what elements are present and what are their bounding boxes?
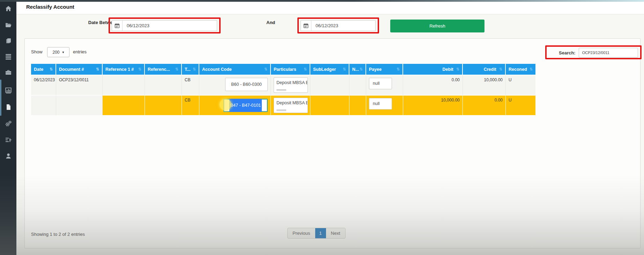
sidebar-item-documents[interactable] <box>5 103 12 111</box>
chevron-down-icon: ▾ <box>62 50 64 54</box>
refresh-button[interactable]: Refresh <box>390 20 484 32</box>
column-header-document[interactable]: Document #⇅ <box>56 64 103 75</box>
chart-icon <box>5 87 12 94</box>
sort-icon: ⇅ <box>193 67 196 72</box>
cell-reference1 <box>103 96 145 116</box>
sidebar-item-journals[interactable] <box>5 37 12 44</box>
folder-icon <box>5 21 12 28</box>
sidebar-item-ledger[interactable] <box>5 53 12 60</box>
cell-credit: 0.00 <box>463 96 506 116</box>
sort-icon: ⇅ <box>96 67 99 72</box>
search-input[interactable]: OCP23/12/0011 <box>579 48 638 58</box>
table-row-highlighted[interactable]: CB B47 - B47-0101 Deposit MBSA Ea <box>31 96 535 116</box>
payee-input[interactable]: null <box>369 98 392 110</box>
briefcase-icon <box>5 69 12 76</box>
reclassify-account-page: Reclassify Account Date Between 06/12/20… <box>0 0 644 255</box>
cell-reconed: U <box>506 96 535 116</box>
sidebar-item-reports[interactable] <box>5 87 12 94</box>
sidebar-item-postings[interactable] <box>5 136 12 143</box>
cell-debit: 10,000.00 <box>403 96 463 116</box>
column-header-reconed[interactable]: Reconed⇅ <box>506 64 535 75</box>
column-header-note[interactable]: N...⇅ <box>349 64 366 75</box>
date-to-input[interactable]: 06/12/2023 <box>301 20 376 31</box>
cell-payee: null <box>366 96 403 116</box>
cell-document: OCP23/12/0011 <box>56 75 103 96</box>
cell-credit: 10,000.00 <box>463 75 506 96</box>
cell-payee: null <box>366 75 403 96</box>
sort-icon: ⇅ <box>360 67 363 72</box>
column-header-reference1[interactable]: Reference 1 #⇅ <box>103 64 145 75</box>
cell-reference1 <box>103 75 145 96</box>
date-between-label: Date Between <box>59 20 118 25</box>
adjustments-icon <box>5 136 12 143</box>
cell-date <box>31 96 56 116</box>
clipped-text <box>276 110 286 111</box>
sidebar-item-home[interactable] <box>5 5 12 12</box>
cell-account-code: B47 - B47-0101 <box>199 96 271 116</box>
cell-debit: 0.00 <box>403 75 463 96</box>
cell-reference2 <box>145 96 182 116</box>
particulars-input[interactable]: Deposit MBSA Ea <box>274 77 308 93</box>
sidebar-item-files[interactable] <box>5 21 12 28</box>
calendar-icon[interactable] <box>301 21 311 31</box>
cell-particulars: Deposit MBSA Ea <box>271 75 310 96</box>
sort-icon: ⇅ <box>138 67 141 72</box>
calendar-icon[interactable] <box>112 21 123 31</box>
payee-input[interactable]: null <box>369 78 392 89</box>
sidebar-item-settings[interactable] <box>5 120 12 127</box>
file-icon <box>5 104 12 111</box>
page-1-button[interactable]: 1 <box>315 228 326 238</box>
column-header-payee[interactable]: Payee⇅ <box>366 64 403 75</box>
top-edge-strip <box>0 0 644 2</box>
column-header-debit[interactable]: Debit⇅ <box>403 64 463 75</box>
cell-account-code: B60 - B60-0300 <box>199 75 271 96</box>
sidebar-item-business[interactable] <box>5 68 12 76</box>
date-to-value[interactable]: 06/12/2023 <box>311 21 338 31</box>
search-label: Search: <box>559 50 576 55</box>
account-code-input-active[interactable]: B47 - B47-0101 <box>223 99 268 112</box>
next-page-button[interactable]: Next <box>326 228 345 238</box>
selected-text: B47 - B47-0101 <box>229 99 262 112</box>
cell-particulars: Deposit MBSA Ea <box>271 96 310 116</box>
account-code-input[interactable]: B60 - B60-0300 <box>225 78 268 91</box>
table-header-row: Date⇅ Document #⇅ Reference 1 #⇅ Referen… <box>31 64 535 75</box>
user-icon <box>5 152 12 159</box>
search-area: Search: OCP23/12/0011 <box>548 47 644 58</box>
page-length-select[interactable]: 200 ▾ <box>47 47 69 57</box>
sort-icon: ⇅ <box>456 67 459 72</box>
and-label: And <box>266 20 275 25</box>
clipped-text <box>276 89 286 91</box>
table-row[interactable]: 06/12/2023 OCP23/12/0011 CB B60 - B60-03… <box>31 75 535 96</box>
page-length-value: 200 <box>52 50 59 55</box>
sort-icon: ⇅ <box>50 67 53 72</box>
column-header-account-code[interactable]: Account Code⇅ <box>199 64 271 75</box>
date-from-input[interactable]: 06/12/2023 <box>112 20 217 31</box>
date-from-value[interactable]: 06/12/2023 <box>123 21 149 31</box>
column-header-particulars[interactable]: Particulars⇅ <box>271 64 310 75</box>
home-icon <box>5 5 12 12</box>
column-header-subledger[interactable]: SubLedger⇅ <box>310 64 349 75</box>
pagination: Previous 1 Next <box>287 228 346 239</box>
show-label: Show <box>31 49 43 54</box>
cell-date: 06/12/2023 <box>31 75 56 96</box>
column-header-date[interactable]: Date⇅ <box>31 64 56 75</box>
sort-icon: ⇅ <box>397 67 400 72</box>
cell-reference2 <box>145 75 182 96</box>
sidebar-item-users[interactable] <box>5 152 12 159</box>
page-title: Reclassify Account <box>26 4 74 10</box>
column-header-credit[interactable]: Credit⇅ <box>463 64 506 75</box>
sort-icon: ⇅ <box>499 67 502 72</box>
journal-icon <box>5 37 12 44</box>
column-header-reference2[interactable]: Referenc...⇅ <box>145 64 182 75</box>
cell-subledger <box>310 96 349 116</box>
previous-page-button[interactable]: Previous <box>288 228 315 238</box>
list-icon <box>5 53 12 60</box>
sidebar <box>0 0 16 255</box>
column-header-type[interactable]: T...⇅ <box>182 64 199 75</box>
table-info: Showing 1 to 2 of 2 entries <box>31 232 85 237</box>
cell-type: CB <box>182 96 199 116</box>
particulars-input[interactable]: Deposit MBSA Ea <box>274 98 308 113</box>
sort-icon: ⇅ <box>343 67 346 72</box>
cell-reconed: U <box>506 75 535 96</box>
page-header: Reclassify Account <box>16 0 644 14</box>
